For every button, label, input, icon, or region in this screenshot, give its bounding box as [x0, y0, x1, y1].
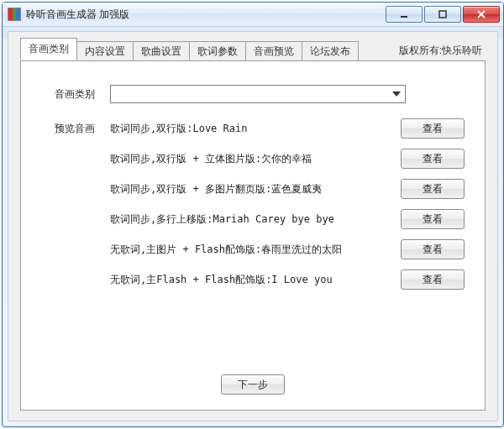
- category-label: 音画类别: [55, 87, 110, 102]
- view-button[interactable]: 查看: [401, 209, 465, 229]
- tab-forum-publish[interactable]: 论坛发布: [302, 41, 359, 61]
- maximize-button[interactable]: [424, 6, 461, 23]
- titlebar[interactable]: 聆听音画生成器 加强版: [3, 3, 503, 27]
- preview-block: 预览音画 歌词同步,双行版:Love Rain 查看 歌词同步,双行版 + 立体…: [55, 118, 465, 300]
- view-button[interactable]: 查看: [401, 149, 465, 169]
- list-item-label: 歌词同步,双行版 + 多图片翻页版:蓝色夏威夷: [110, 182, 401, 196]
- tab-song-settings[interactable]: 歌曲设置: [133, 41, 190, 61]
- chevron-down-icon: [390, 87, 403, 101]
- tab-page: 音画类别 预览音画 歌词同步,双行版:Love Rain: [20, 60, 486, 411]
- maximize-icon: [438, 10, 447, 18]
- category-row: 音画类别: [55, 85, 465, 103]
- list-item-label: 歌词同步,多行上移版:Mariah Carey bye bye: [110, 212, 401, 227]
- list-item: 歌词同步,双行版:Love Rain 查看: [110, 118, 465, 139]
- list-item-label: 歌词同步,双行版 + 立体图片版:欠你的幸福: [110, 152, 401, 166]
- window-title: 聆听音画生成器 加强版: [26, 8, 386, 22]
- copyright-label: 版权所有:快乐聆听: [396, 41, 486, 60]
- svg-rect-1: [439, 11, 446, 18]
- category-select[interactable]: [110, 85, 406, 103]
- minimize-button[interactable]: [386, 6, 423, 23]
- view-button[interactable]: 查看: [401, 269, 465, 290]
- tab-row: 音画类别 内容设置 歌曲设置 歌词参数 音画预览 论坛发布 版权所有:快乐聆听: [20, 42, 486, 60]
- tab-category[interactable]: 音画类别: [20, 38, 77, 60]
- next-button[interactable]: 下一步: [221, 374, 285, 395]
- window-buttons: [386, 6, 500, 23]
- footer: 下一步: [21, 374, 485, 395]
- view-button[interactable]: 查看: [401, 118, 465, 139]
- preview-label: 预览音画: [55, 118, 110, 136]
- app-icon: [8, 8, 21, 21]
- close-button[interactable]: [463, 6, 500, 23]
- list-item: 歌词同步,多行上移版:Mariah Carey bye bye 查看: [110, 209, 465, 229]
- tab-preview[interactable]: 音画预览: [245, 41, 302, 61]
- tab-content-settings[interactable]: 内容设置: [76, 41, 134, 61]
- list-item-label: 无歌词,主Flash + Flash配饰版:I Love you: [110, 273, 401, 287]
- close-icon: [477, 10, 486, 18]
- tab-control: 音画类别 内容设置 歌曲设置 歌词参数 音画预览 论坛发布 版权所有:快乐聆听 …: [20, 42, 486, 411]
- tab-lyric-params[interactable]: 歌词参数: [189, 41, 246, 61]
- list-item: 无歌词,主Flash + Flash配饰版:I Love you 查看: [110, 269, 465, 290]
- view-button[interactable]: 查看: [401, 179, 465, 199]
- svg-marker-4: [392, 92, 401, 97]
- list-item: 无歌词,主图片 + Flash配饰版:春雨里洗过的太阳 查看: [110, 239, 465, 259]
- list-item-label: 歌词同步,双行版:Love Rain: [110, 122, 401, 136]
- preview-list: 歌词同步,双行版:Love Rain 查看 歌词同步,双行版 + 立体图片版:欠…: [110, 118, 465, 300]
- view-button[interactable]: 查看: [401, 239, 465, 259]
- client-area: 音画类别 内容设置 歌曲设置 歌词参数 音画预览 论坛发布 版权所有:快乐聆听 …: [8, 31, 498, 421]
- list-item-label: 无歌词,主图片 + Flash配饰版:春雨里洗过的太阳: [110, 243, 401, 257]
- tab-content: 音画类别 预览音画 歌词同步,双行版:Love Rain: [21, 61, 485, 410]
- minimize-icon: [400, 10, 408, 18]
- list-item: 歌词同步,双行版 + 多图片翻页版:蓝色夏威夷 查看: [110, 179, 465, 199]
- list-item: 歌词同步,双行版 + 立体图片版:欠你的幸福 查看: [110, 149, 465, 169]
- app-window: 聆听音画生成器 加强版 音画类别 内容设置 歌曲设置 歌词参数: [2, 2, 504, 427]
- svg-rect-0: [401, 16, 407, 18]
